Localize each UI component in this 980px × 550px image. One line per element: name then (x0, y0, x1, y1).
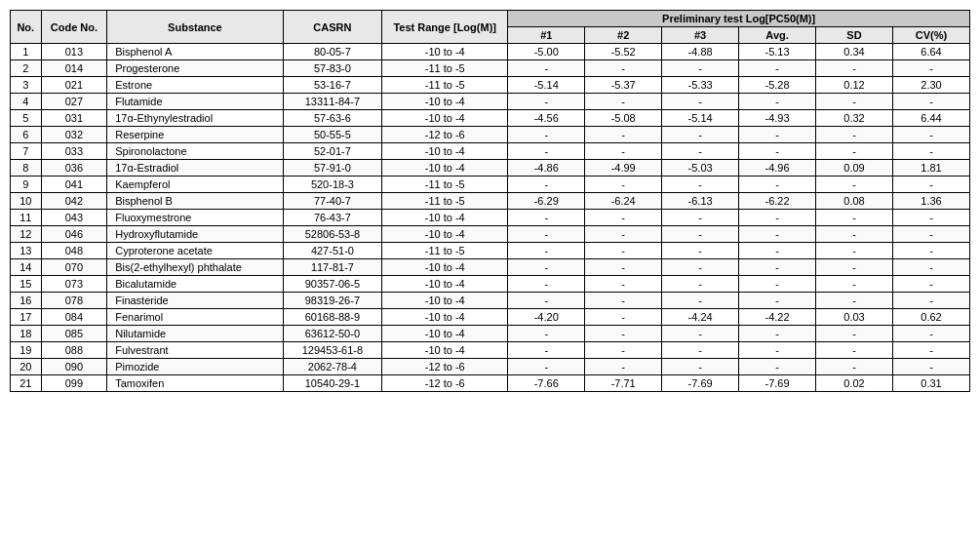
table-cell: - (508, 60, 585, 77)
table-cell: -5.08 (585, 110, 662, 127)
table-cell: - (739, 127, 816, 143)
table-cell: - (816, 143, 893, 160)
table-cell: -10 to -4 (382, 309, 508, 326)
table-cell: - (816, 60, 893, 77)
table-cell: - (508, 326, 585, 342)
table-cell: 57-83-0 (283, 60, 381, 77)
table-cell: Spironolactone (107, 143, 283, 160)
table-cell: - (508, 293, 585, 309)
table-cell: -11 to -5 (382, 243, 508, 259)
table-cell: - (816, 359, 893, 375)
table-cell: 1 (11, 44, 42, 60)
table-cell: -6.29 (508, 193, 585, 210)
table-cell: - (892, 326, 969, 342)
table-cell: -4.86 (508, 160, 585, 177)
table-cell: -4.24 (662, 309, 739, 326)
table-cell: -4.88 (662, 44, 739, 60)
table-cell: Finasteride (107, 293, 283, 309)
table-cell: -10 to -4 (382, 276, 508, 293)
col-header-group: Preliminary test Log[PC50(M)] (508, 11, 970, 27)
table-cell: - (585, 259, 662, 276)
table-cell: 8 (11, 160, 42, 177)
table-cell: - (739, 293, 816, 309)
table-cell: 2.30 (892, 77, 969, 94)
table-cell: - (816, 259, 893, 276)
col-header-d2: #2 (585, 27, 662, 44)
table-cell: - (662, 143, 739, 160)
table-cell: -11 to -5 (382, 193, 508, 210)
table-cell: - (508, 94, 585, 110)
data-table: No. Code No. Substance CASRN Test Range … (10, 10, 970, 392)
table-cell: Fulvestrant (107, 342, 283, 359)
table-cell: 13311-84-7 (283, 94, 381, 110)
table-cell: 4 (11, 94, 42, 110)
table-cell: 2 (11, 60, 42, 77)
table-cell: 50-55-5 (283, 127, 381, 143)
table-cell: 0.02 (816, 375, 893, 392)
table-cell: - (662, 60, 739, 77)
table-cell: 80-05-7 (283, 44, 381, 60)
table-row: 17084Fenarimol60168-88-9-10 to -4-4.20--… (11, 309, 970, 326)
col-header-cv: CV(%) (892, 27, 969, 44)
table-cell: 117-81-7 (283, 259, 381, 276)
table-cell: -6.13 (662, 193, 739, 210)
table-cell: 7 (11, 143, 42, 160)
table-cell: - (508, 210, 585, 226)
table-cell: 027 (41, 94, 107, 110)
table-cell: 14 (11, 259, 42, 276)
table-cell: - (816, 210, 893, 226)
table-cell: 13 (11, 243, 42, 259)
table-cell: - (585, 127, 662, 143)
header-row-1: No. Code No. Substance CASRN Test Range … (11, 11, 970, 27)
table-cell: Estrone (107, 77, 283, 94)
table-cell: - (816, 226, 893, 243)
table-cell: 76-43-7 (283, 210, 381, 226)
main-container: No. Code No. Substance CASRN Test Range … (10, 10, 970, 392)
table-cell: - (892, 210, 969, 226)
table-cell: - (662, 342, 739, 359)
table-cell: - (739, 326, 816, 342)
table-cell: - (585, 94, 662, 110)
table-cell: - (892, 60, 969, 77)
table-cell: - (892, 342, 969, 359)
table-cell: - (816, 293, 893, 309)
table-cell: - (892, 226, 969, 243)
table-cell: 18 (11, 326, 42, 342)
table-cell: Nilutamide (107, 326, 283, 342)
table-row: 20090Pimozide2062-78-4-12 to -6------ (11, 359, 970, 375)
table-row: 9041Kaempferol520-18-3-11 to -5------ (11, 177, 970, 193)
table-cell: Bis(2-ethylhexyl) phthalate (107, 259, 283, 276)
table-cell: - (739, 259, 816, 276)
table-cell: 60168-88-9 (283, 309, 381, 326)
table-cell: 042 (41, 193, 107, 210)
table-cell: 2062-78-4 (283, 359, 381, 375)
table-cell: - (739, 342, 816, 359)
table-cell: - (508, 243, 585, 259)
table-cell: -5.37 (585, 77, 662, 94)
table-cell: 0.31 (892, 375, 969, 392)
table-cell: -11 to -5 (382, 60, 508, 77)
table-cell: Bicalutamide (107, 276, 283, 293)
table-cell: -10 to -4 (382, 210, 508, 226)
table-body: 1013Bisphenol A80-05-7-10 to -4-5.00-5.5… (11, 44, 970, 392)
table-cell: - (892, 293, 969, 309)
table-cell: -10 to -4 (382, 226, 508, 243)
table-row: 4027Flutamide13311-84-7-10 to -4------ (11, 94, 970, 110)
table-row: 14070Bis(2-ethylhexyl) phthalate117-81-7… (11, 259, 970, 276)
col-header-substance: Substance (107, 11, 283, 44)
table-cell: -5.33 (662, 77, 739, 94)
table-row: 19088Fulvestrant129453-61-8-10 to -4----… (11, 342, 970, 359)
table-cell: 085 (41, 326, 107, 342)
table-cell: 084 (41, 309, 107, 326)
table-row: 12046Hydroxyflutamide52806-53-8-10 to -4… (11, 226, 970, 243)
table-row: 1013Bisphenol A80-05-7-10 to -4-5.00-5.5… (11, 44, 970, 60)
table-cell: 3 (11, 77, 42, 94)
table-cell: -10 to -4 (382, 110, 508, 127)
table-row: 18085Nilutamide63612-50-0-10 to -4------ (11, 326, 970, 342)
table-cell: 5 (11, 110, 42, 127)
table-cell: 0.09 (816, 160, 893, 177)
table-cell: 0.34 (816, 44, 893, 60)
table-cell: 11 (11, 210, 42, 226)
table-cell: -5.52 (585, 44, 662, 60)
table-cell: 021 (41, 77, 107, 94)
